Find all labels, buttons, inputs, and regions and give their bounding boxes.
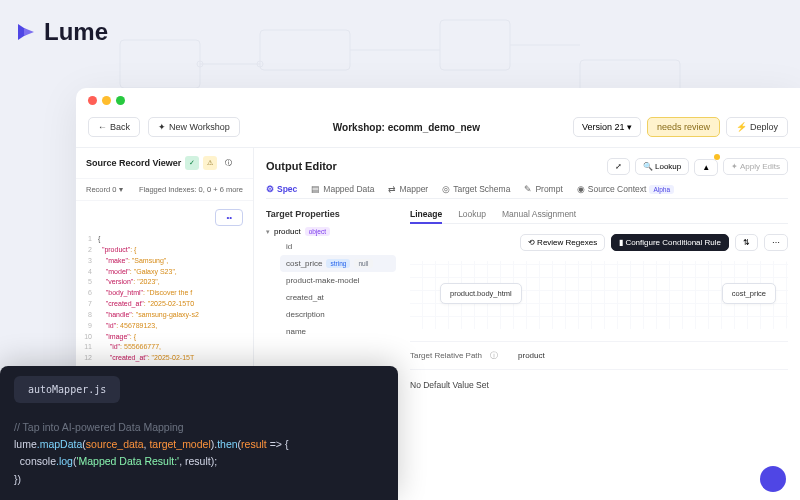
notification-dot (714, 154, 720, 160)
alpha-badge: Alpha (649, 185, 674, 194)
tree-item[interactable]: created_at (280, 289, 396, 306)
collapse-tag[interactable]: •• (215, 209, 243, 226)
tab-mapped-data[interactable]: ▤ Mapped Data (311, 184, 374, 194)
brand-name: Lume (44, 18, 108, 46)
code-line: 9 "id": 456789123, (82, 321, 247, 332)
tree-item[interactable]: name (280, 323, 396, 340)
no-default-value: No Default Value Set (410, 369, 788, 400)
code-line: 4 "model": "Galaxy S23", (82, 267, 247, 278)
tab-mapper[interactable]: ⇄ Mapper (388, 184, 428, 194)
code-line: 2 "product": { (82, 245, 247, 256)
back-label: Back (110, 122, 130, 132)
path-value: product (518, 351, 545, 360)
tab-spec[interactable]: ⚙ Spec (266, 184, 297, 194)
chevron-down-icon: ▾ (266, 228, 270, 236)
tree-item[interactable]: id (280, 238, 396, 255)
svg-rect-2 (440, 20, 510, 70)
svg-rect-1 (260, 30, 350, 70)
tree-item[interactable]: cost_price string null (280, 255, 396, 272)
tab-lookup[interactable]: Lookup (458, 209, 486, 219)
editor-tabs: ⚙ Spec ▤ Mapped Data ⇄ Mapper ◎ Target S… (266, 184, 788, 199)
notification-button[interactable]: ▲ (694, 156, 718, 176)
target-properties-title: Target Properties (266, 209, 396, 219)
code-line: 6 "body_html": "Discover the f (82, 288, 247, 299)
svg-rect-0 (120, 40, 200, 88)
help-bubble[interactable] (760, 466, 786, 492)
record-selector[interactable]: Record 0 ▾ Flagged Indexes: 0, 0 + 6 mor… (76, 179, 253, 201)
warn-badge: ⚠ (203, 156, 217, 170)
brand-logo: Lume (14, 18, 108, 46)
back-button[interactable]: ← Back (88, 117, 140, 137)
code-line: 12 "created_at": "2025-02-15T (82, 353, 247, 364)
output-editor-title: Output Editor (266, 160, 337, 172)
code-line: 11 "id": 555666777, (82, 342, 247, 353)
code-line: 3 "make": "Samsung", (82, 256, 247, 267)
deploy-button[interactable]: ⚡ Deploy (726, 117, 788, 137)
code-filename-tab[interactable]: autoMapper.js (14, 376, 120, 403)
tab-prompt[interactable]: ✎ Prompt (524, 184, 562, 194)
lineage-target-node[interactable]: cost_price (722, 283, 776, 304)
lineage-source-node[interactable]: product.body_html (440, 283, 522, 304)
target-relative-path-row: Target Relative Path ⓘ product (410, 341, 788, 369)
info-badge: ⓘ (221, 156, 235, 170)
new-workshop-label: New Workshop (169, 122, 230, 132)
logo-icon (14, 20, 38, 44)
review-regexes-button[interactable]: ⟲ Review Regexes (520, 234, 605, 251)
minimize-dot[interactable] (102, 96, 111, 105)
needs-review-badge[interactable]: needs review (647, 117, 720, 137)
configure-conditional-rule-button[interactable]: ▮ Configure Conditional Rule (611, 234, 729, 251)
maximize-dot[interactable] (116, 96, 125, 105)
tab-lineage[interactable]: Lineage (410, 209, 442, 219)
workshop-title: Workshop: ecomm_demo_new (248, 122, 565, 133)
flagged-indexes: Flagged Indexes: 0, 0 + 6 more (139, 185, 243, 194)
lineage-canvas[interactable]: product.body_html cost_price (410, 261, 788, 329)
code-content: // Tap into AI-powered Data Mapping lume… (0, 413, 398, 494)
apply-edits-button[interactable]: ✦ Apply Edits (723, 158, 788, 175)
tree-item[interactable]: description (280, 306, 396, 323)
window-traffic-lights (76, 88, 800, 113)
check-badge: ✓ (185, 156, 199, 170)
tab-manual-assignment[interactable]: Manual Assignment (502, 209, 576, 219)
code-line: 1{ (82, 234, 247, 245)
type-badge-object: object (305, 227, 330, 236)
toolbar: ← Back ✦ New Workshop Workshop: ecomm_de… (76, 113, 800, 147)
new-workshop-button[interactable]: ✦ New Workshop (148, 117, 240, 137)
info-icon: ⓘ (490, 350, 498, 361)
code-line: 8 "handle": "samsung-galaxy-s2 (82, 310, 247, 321)
lineage-panel: Lineage Lookup Manual Assignment ⟲ Revie… (410, 209, 788, 492)
close-dot[interactable] (88, 96, 97, 105)
source-viewer-title: Source Record Viewer (86, 158, 181, 168)
tab-source-context[interactable]: ◉ Source Context Alpha (577, 184, 674, 194)
expand-button[interactable]: ⤢ (607, 158, 630, 175)
version-selector[interactable]: Version 21 ▾ (573, 117, 641, 137)
code-snippet-overlay: autoMapper.js // Tap into AI-powered Dat… (0, 366, 398, 500)
move-up-button[interactable]: ⇅ (735, 234, 758, 251)
code-line: 5 "version": "2023", (82, 277, 247, 288)
code-line: 7 "created_at": "2025-02-15T0 (82, 299, 247, 310)
tab-target-schema[interactable]: ◎ Target Schema (442, 184, 510, 194)
more-button[interactable]: ⋯ (764, 234, 788, 251)
code-line: 10 "image": { (82, 332, 247, 343)
tree-item[interactable]: product-make-model (280, 272, 396, 289)
tree-root[interactable]: ▾ product object (266, 225, 396, 238)
lookup-button[interactable]: 🔍 Lookup (635, 158, 689, 175)
